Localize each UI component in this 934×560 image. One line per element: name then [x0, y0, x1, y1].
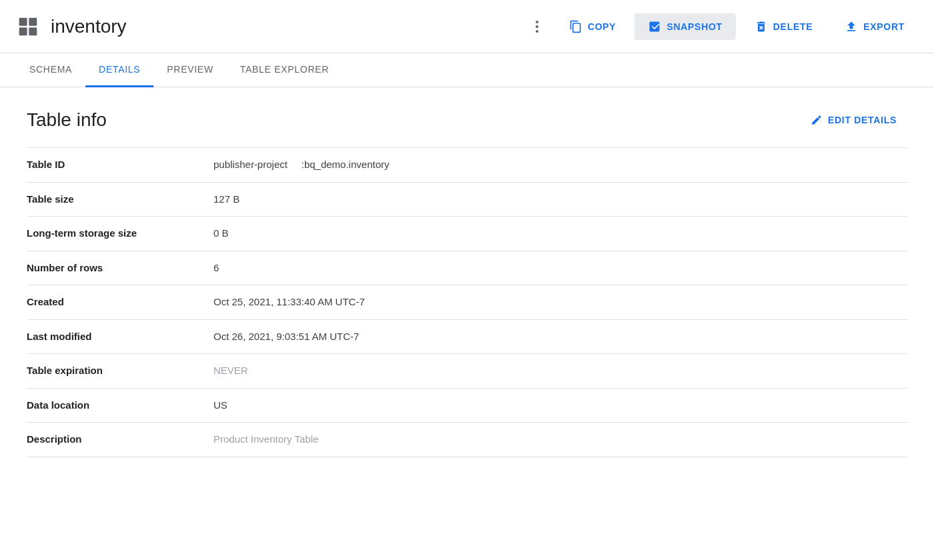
row-label-table-size: Table size	[27, 182, 213, 217]
edit-details-label: EDIT DETAILS	[828, 115, 897, 125]
tab-details[interactable]: DETAILS	[85, 53, 153, 87]
svg-rect-1	[29, 17, 37, 25]
table-grid-icon	[16, 15, 40, 39]
copy-label: COPY	[588, 21, 616, 32]
section-header: Table info EDIT DETAILS	[27, 109, 907, 131]
row-label-data-location: Data location	[27, 388, 213, 423]
snapshot-button[interactable]: SNAPSHOT	[634, 13, 735, 40]
table-row: Last modified Oct 26, 2021, 9:03:51 AM U…	[27, 319, 907, 354]
more-options-button[interactable]	[524, 13, 550, 40]
delete-icon	[755, 20, 768, 33]
svg-rect-2	[19, 27, 27, 35]
tabs-bar: SCHEMA DETAILS PREVIEW TABLE EXPLORER	[0, 53, 934, 87]
more-options-icon	[536, 21, 538, 33]
export-icon	[845, 20, 858, 33]
export-label: EXPORT	[863, 21, 905, 32]
copy-button[interactable]: COPY	[556, 13, 629, 40]
row-value-long-term-storage: 0 B	[213, 217, 907, 251]
row-value-table-id: publisher-project :bq_demo.inventory	[213, 148, 907, 183]
copy-icon	[569, 20, 582, 33]
row-value-data-location: US	[213, 388, 907, 423]
table-row: Table size 127 B	[27, 182, 907, 217]
info-table: Table ID publisher-project :bq_demo.inve…	[27, 147, 907, 457]
tab-table-explorer[interactable]: TABLE EXPLORER	[227, 53, 342, 87]
content-area: Table info EDIT DETAILS Table ID publish…	[0, 87, 934, 479]
row-value-table-expiration: NEVER	[213, 354, 907, 389]
row-label-description: Description	[27, 423, 213, 457]
tab-schema[interactable]: SCHEMA	[16, 53, 85, 87]
row-value-last-modified: Oct 26, 2021, 9:03:51 AM UTC-7	[213, 319, 907, 354]
tab-preview[interactable]: PREVIEW	[153, 53, 226, 87]
table-row: Data location US	[27, 388, 907, 423]
row-value-table-size: 127 B	[213, 182, 907, 217]
row-label-long-term-storage: Long-term storage size	[27, 217, 213, 251]
table-row: Table expiration NEVER	[27, 354, 907, 389]
header-actions: COPY SNAPSHOT DELETE EXPORT	[524, 13, 918, 40]
snapshot-icon	[648, 20, 661, 33]
header: inventory COPY SNAPSHOT DEL	[0, 0, 934, 53]
row-label-last-modified: Last modified	[27, 319, 213, 354]
export-button[interactable]: EXPORT	[831, 13, 918, 40]
snapshot-label: SNAPSHOT	[666, 21, 722, 32]
header-left: inventory	[16, 15, 513, 39]
row-label-table-id: Table ID	[27, 148, 213, 183]
table-row: Long-term storage size 0 B	[27, 217, 907, 251]
table-row: Description Product Inventory Table	[27, 423, 907, 457]
edit-icon	[811, 114, 823, 126]
svg-rect-3	[29, 27, 37, 35]
table-name: inventory	[51, 16, 127, 37]
edit-details-button[interactable]: EDIT DETAILS	[800, 109, 907, 131]
svg-rect-0	[19, 17, 27, 25]
table-row: Number of rows 6	[27, 251, 907, 285]
row-label-table-expiration: Table expiration	[27, 354, 213, 389]
section-title: Table info	[27, 109, 107, 131]
row-value-created: Oct 25, 2021, 11:33:40 AM UTC-7	[213, 285, 907, 320]
table-row: Table ID publisher-project :bq_demo.inve…	[27, 148, 907, 183]
delete-button[interactable]: DELETE	[741, 13, 826, 40]
row-value-num-rows: 6	[213, 251, 907, 285]
table-row: Created Oct 25, 2021, 11:33:40 AM UTC-7	[27, 285, 907, 320]
delete-label: DELETE	[773, 21, 813, 32]
row-label-created: Created	[27, 285, 213, 320]
row-label-num-rows: Number of rows	[27, 251, 213, 285]
table-id-value: publisher-project :bq_demo.inventory	[213, 159, 389, 170]
row-value-description: Product Inventory Table	[213, 423, 907, 457]
